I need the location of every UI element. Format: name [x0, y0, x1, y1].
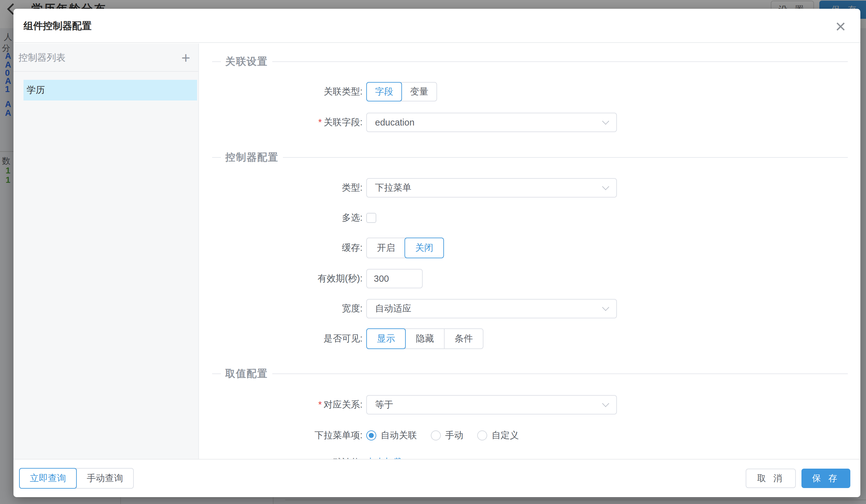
association-field-select[interactable]: education	[366, 113, 617, 132]
add-controller-icon[interactable]: +	[181, 44, 190, 72]
multi-select-checkbox[interactable]	[366, 213, 376, 223]
form-row-menu-items: 下拉菜单项: 自动关联 手动 自定义	[200, 426, 861, 445]
required-asterisk: *	[318, 399, 322, 410]
toggle-option-query-manual[interactable]: 手动查询	[76, 469, 133, 488]
width-select[interactable]: 自动适应	[366, 299, 617, 318]
dialog-form-scroll-area: 关联设置 关联类型: 字段 变量 *关联字段: education	[200, 44, 861, 459]
field-label: 有效期(秒):	[200, 272, 363, 285]
dialog-title: 组件控制器配置	[23, 9, 91, 43]
form-row-ttl: 有效期(秒): 300	[200, 269, 861, 288]
ttl-input[interactable]: 300	[366, 269, 423, 288]
controller-type-select[interactable]: 下拉菜单	[366, 178, 617, 197]
toggle-option-variable[interactable]: 变量	[401, 83, 436, 101]
form-row-association-type: 关联类型: 字段 变量	[200, 82, 861, 101]
chevron-down-icon	[602, 183, 609, 190]
field-label: 默认值:	[200, 456, 363, 459]
controller-list-item-selected[interactable]: 学历	[23, 80, 197, 101]
toggle-option-field[interactable]: 字段	[366, 82, 402, 101]
chevron-down-icon	[602, 400, 609, 407]
section-value-settings: 取值配置	[212, 367, 848, 381]
dialog-header: 组件控制器配置 ×	[13, 9, 861, 43]
field-label: 多选:	[200, 211, 363, 224]
select-value: 下拉菜单	[375, 182, 411, 194]
form-row-multi-select: 多选:	[200, 208, 861, 228]
save-button[interactable]: 保 存	[801, 469, 850, 488]
cancel-button[interactable]: 取 消	[746, 469, 796, 488]
select-value: education	[375, 117, 414, 128]
chevron-down-icon	[602, 304, 609, 311]
query-mode-toggle: 立即查询 手动查询	[19, 468, 134, 489]
radio-icon	[431, 431, 441, 440]
chevron-down-icon	[602, 118, 609, 125]
toggle-option-cache-on[interactable]: 开启	[367, 238, 405, 257]
radio-custom[interactable]: 自定义	[477, 429, 519, 442]
relation-select[interactable]: 等于	[366, 395, 617, 414]
form-row-relation: *对应关系: 等于	[200, 395, 861, 414]
form-row-visibility: 是否可见: 显示 隐藏 条件	[200, 329, 861, 348]
dialog-component-controller-config: 组件控制器配置 × 控制器列表 + 学历 关联设置 关联类型: 字段 变量	[13, 9, 861, 497]
field-label: *对应关系:	[200, 399, 363, 411]
radio-auto-associate[interactable]: 自动关联	[366, 429, 417, 442]
screen: 学历年龄分布 设 置 保 存 人 分 A A 0 A 1 A A 数 1 1 组…	[0, 0, 866, 504]
load-default-link[interactable]: 点击加载	[366, 456, 403, 459]
select-value: 自动适应	[375, 302, 411, 315]
field-label: *关联字段:	[200, 116, 363, 129]
controller-list-panel: 控制器列表 + 学历	[13, 44, 199, 459]
field-label: 类型:	[200, 182, 363, 194]
radio-icon	[477, 431, 487, 440]
form-row-default-value-clipped: 默认值: 点击加载	[200, 453, 861, 459]
toggle-option-condition[interactable]: 条件	[444, 329, 483, 348]
form-row-width: 宽度: 自动适应	[200, 299, 861, 318]
select-value: 等于	[375, 399, 393, 411]
radio-manual[interactable]: 手动	[431, 429, 463, 442]
toggle-option-cache-off[interactable]: 关闭	[404, 238, 444, 258]
toggle-option-show[interactable]: 显示	[366, 328, 406, 349]
field-label: 下拉菜单项:	[200, 429, 363, 442]
visibility-toggle: 显示 隐藏 条件	[366, 328, 484, 349]
toggle-option-hide[interactable]: 隐藏	[405, 329, 444, 348]
cache-toggle: 开启 关闭	[366, 238, 444, 258]
field-label: 是否可见:	[200, 332, 363, 345]
controller-list-header: 控制器列表 +	[13, 44, 198, 72]
dialog-footer: 立即查询 手动查询 取 消 保 存	[13, 459, 861, 497]
section-controller-settings: 控制器配置	[212, 151, 848, 164]
toggle-option-query-now[interactable]: 立即查询	[19, 468, 77, 489]
form-row-cache: 缓存: 开启 关闭	[200, 238, 861, 257]
close-icon[interactable]: ×	[830, 15, 852, 37]
radio-icon	[366, 431, 376, 440]
form-row-type: 类型: 下拉菜单	[200, 178, 861, 197]
field-label: 宽度:	[200, 302, 363, 315]
section-association-settings: 关联设置	[212, 55, 848, 69]
controller-list-title: 控制器列表	[19, 44, 66, 72]
form-row-association-field: *关联字段: education	[200, 113, 861, 132]
field-label: 关联类型:	[200, 85, 363, 98]
required-asterisk: *	[318, 117, 322, 127]
association-type-toggle: 字段 变量	[366, 82, 437, 101]
field-label: 缓存:	[200, 242, 363, 254]
